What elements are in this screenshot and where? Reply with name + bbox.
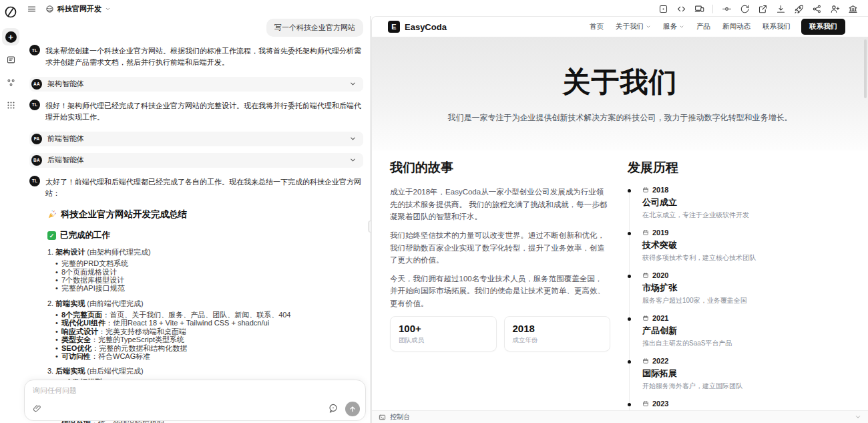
open-external-button[interactable]	[756, 3, 769, 15]
new-chat-button[interactable]: +	[2, 28, 19, 45]
hamburger-icon	[27, 4, 37, 14]
focus-icon	[658, 4, 668, 14]
summary-section-heading: 2. 前端实现 (由前端代理完成)	[47, 299, 363, 309]
timeline-item-2018: 2018公司成立在北京成立，专注于企业级软件开发	[628, 186, 860, 220]
timeline-item-2019: 2019技术突破获得多项技术专利，建立核心技术团队	[628, 229, 860, 263]
calendar-icon	[642, 186, 649, 193]
commit-button[interactable]	[720, 3, 732, 15]
workflows-button[interactable]	[2, 74, 19, 91]
agent-expander-ba[interactable]: BA后端智能体	[29, 153, 363, 168]
agent-label: 后端智能体	[47, 155, 344, 165]
summary-bullet-list: 完整的PRD文档系统8个页面规格设计7个数据库模型设计完整的API接口规范	[47, 259, 363, 293]
agent-expander-aa[interactable]: AA架构智能体	[29, 77, 363, 92]
grid-icon	[6, 100, 16, 110]
timeline-dot	[628, 275, 631, 278]
summary-bullet: 可访问性：符合WCAG标准	[55, 352, 363, 360]
nav-label: 首页	[590, 22, 604, 31]
assistant-avatar: TL	[29, 176, 40, 186]
code-view-button[interactable]	[675, 3, 687, 15]
library-button[interactable]	[2, 51, 19, 68]
assistant-message: TL我来帮您创建一个科技企业官方网站。根据我们的标准工作流程，我将首先委托架构师…	[29, 45, 363, 69]
story-paragraphs: 成立于2018年，EasyCoda从一家小型创业公司发展成为行业领先的技术服务提…	[390, 186, 610, 310]
nodes-icon	[6, 78, 16, 88]
summary-bullet: 现代化UI组件：使用React 18 + Vite + Tailwind CSS…	[55, 319, 363, 327]
app-root: + 科技官网开发	[0, 0, 868, 423]
inspect-button[interactable]	[657, 3, 669, 15]
deploy-button[interactable]	[793, 3, 805, 15]
site-nav: 首页关于我们服务产品新闻动态联系我们	[590, 22, 791, 31]
hamburger-menu-button[interactable]	[25, 3, 37, 15]
nav-item-1[interactable]: 首页	[590, 22, 604, 31]
assistant-message: TL太好了！前端代理和后端代理都已经完成了各自的工作。现在我来总结一下完成的科技…	[29, 176, 363, 200]
share-button[interactable]	[811, 3, 823, 15]
nav-item-6[interactable]: 联系我们	[763, 22, 791, 31]
nav-item-5[interactable]: 新闻动态	[722, 22, 750, 31]
hero-section: 关于我们 我们是一家专注于为企业提供创新技术解决方案的科技公司，致力于推动数字化…	[372, 37, 868, 150]
contact-cta-button[interactable]: 联系我们	[801, 19, 845, 35]
stat-value: 2018	[513, 323, 602, 334]
timeline-dot	[628, 360, 631, 364]
stat-label: 团队成员	[399, 336, 488, 345]
globe-icon	[45, 5, 54, 13]
plus-icon: +	[5, 31, 17, 43]
timeline-title: 市场扩张	[642, 282, 860, 294]
timeline-year: 2019	[652, 229, 668, 237]
site-logo[interactable]: E	[388, 21, 400, 33]
timeline-title: 技术突破	[642, 239, 860, 251]
timeline-column: 发展历程 2018公司成立在北京成立，专注于企业级软件开发2019技术突破获得多…	[628, 159, 860, 423]
nav-item-3[interactable]: 服务	[663, 22, 684, 31]
rocket-line-icon	[794, 4, 804, 14]
site-brand[interactable]: EasyCoda	[405, 22, 447, 32]
summary-bullet: 类型安全：完整的TypeScript类型系统	[55, 335, 363, 343]
invite-button[interactable]	[829, 3, 841, 15]
bank-button[interactable]	[847, 3, 859, 15]
party-icon	[47, 210, 57, 219]
project-switcher[interactable]: 科技官网开发	[45, 4, 111, 14]
chat-input[interactable]	[33, 386, 359, 402]
story-heading: 我们的故事	[390, 159, 610, 176]
timeline-title: 国际拓展	[642, 368, 860, 380]
story-paragraph: 今天，我们拥有超过100名专业技术人员，服务范围覆盖全国， 并开始向国际市场拓展…	[390, 273, 610, 310]
app-logo-icon[interactable]	[4, 5, 17, 19]
nav-item-2[interactable]: 关于我们	[616, 22, 651, 31]
library-icon	[6, 55, 16, 65]
summary-bullet: SEO优化：完整的元数据和结构化数据	[55, 344, 363, 352]
feedback-button[interactable]	[327, 402, 340, 416]
assistant-message-text: 很好！架构师代理已经完成了科技企业官方网站的完整设计。现在我将并行委托前端代理和…	[45, 100, 363, 124]
rail-buttons: +	[2, 28, 19, 119]
left-rail: +	[0, 0, 21, 423]
assistant-avatar: TL	[29, 100, 40, 110]
attach-button[interactable]	[31, 403, 43, 415]
nav-label: 联系我们	[763, 22, 791, 31]
preview-scrollbar[interactable]	[864, 39, 867, 98]
site-header: E EasyCoda 首页关于我们服务产品新闻动态联系我们 联系我们	[372, 17, 868, 37]
timeline-desc: 推出自主研发的SaaS平台产品	[642, 339, 860, 348]
arrow-up-icon	[349, 405, 357, 413]
device-preview-button[interactable]	[693, 3, 705, 15]
nav-item-4[interactable]: 产品	[696, 22, 710, 31]
refresh-button[interactable]	[738, 3, 750, 15]
summary-done-heading: ✓已完成的工作	[47, 230, 363, 241]
apps-grid-button[interactable]	[2, 96, 19, 114]
devices-icon	[694, 4, 704, 14]
download-button[interactable]	[775, 3, 787, 15]
console-chevron-icon	[855, 414, 861, 420]
nav-label: 新闻动态	[722, 22, 750, 31]
send-button[interactable]	[345, 402, 360, 416]
toolbar-divider	[712, 5, 713, 13]
summary-bullet: 8个页面规格设计	[55, 268, 363, 276]
chat-scroll-area[interactable]: 写一个科技企业官方网站TL我来帮您创建一个科技企业官方网站。根据我们的标准工作流…	[21, 16, 370, 423]
hero-title: 关于我们	[563, 63, 678, 101]
console-bar[interactable]: 控制台	[372, 410, 868, 423]
content-row: 写一个科技企业官方网站TL我来帮您创建一个科技企业官方网站。根据我们的标准工作流…	[21, 16, 868, 423]
agent-expander-fa[interactable]: FA前端智能体	[29, 132, 363, 146]
chat-panel: 写一个科技企业官方网站TL我来帮您创建一个科技企业官方网站。根据我们的标准工作流…	[21, 16, 370, 423]
timeline-item-2020: 2020市场扩张服务客户超过100家，业务覆盖全国	[628, 271, 860, 305]
summary-bullet: 7个数据库模型设计	[55, 276, 363, 284]
external-icon	[758, 4, 768, 14]
assistant-avatar: TL	[29, 45, 40, 55]
about-columns: 我们的故事 成立于2018年，EasyCoda从一家小型创业公司发展成为行业领先…	[372, 150, 868, 423]
user-plus-icon	[830, 4, 840, 14]
assistant-message-text: 太好了！前端代理和后端代理都已经完成了各自的工作。现在我来总结一下完成的科技企业…	[45, 176, 363, 200]
user-message: 写一个科技企业官方网站	[29, 19, 363, 37]
